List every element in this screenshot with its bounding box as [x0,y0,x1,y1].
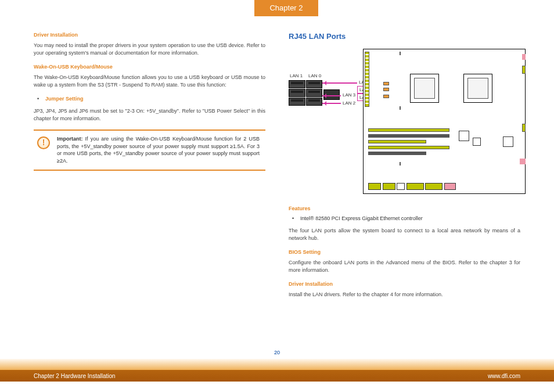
bullet-jumper-setting: Jumper Setting [34,96,265,102]
heading-features: Features [289,206,520,211]
heading-driver-installation: Driver Installation [34,32,265,38]
page-content: Driver Installation You may need to inst… [34,32,520,346]
page-number: 20 [0,350,554,355]
heading-driver-right: Driver Installation [289,281,520,287]
important-icon: ! [37,136,50,149]
pci-slot [368,152,426,155]
rj45-port [306,80,323,88]
lan0-top-label: LAN 0 [308,73,321,78]
cpu-socket-2 [463,74,492,103]
lan-header [383,82,389,85]
footer-left: Chapter 2 Hardware Installation [34,373,116,379]
chipset [503,136,513,147]
arrow-icon [322,95,341,96]
header-pin [522,66,526,74]
feature-item: Intel® 82580 PCI Express Gigabit Etherne… [289,215,520,221]
rj45-port [289,98,305,106]
important-box: ! Important: If you are using the Wake-O… [34,130,265,170]
rj45-port [306,89,323,97]
chapter-tab: Chapter 2 [254,0,318,16]
footer-bar: Chapter 2 Hardware Installation www.dfi.… [0,370,554,382]
footer-right: www.dfi.com [488,373,520,379]
bullet-list: Jumper Setting [34,96,265,102]
lan-header [383,95,389,98]
arrow-icon [322,82,357,84]
left-column: Driver Installation You may need to inst… [34,32,265,346]
right-column: RJ45 LAN Ports LAN 1 LAN 0 LAN 1 LAN 0 L… [289,32,520,346]
pci-slot [368,134,449,138]
rear-port-stack [289,80,322,108]
important-title: Important: [57,136,83,142]
rj45-port [289,89,305,97]
lan3-callout: LAN 3 [341,92,357,98]
header-pin [520,159,526,164]
pci-slot [368,140,426,143]
pci-slot [368,146,449,149]
lan2-callout: LAN 2 [341,100,357,106]
motherboard-board [363,49,526,194]
features-list: Intel® 82580 PCI Express Gigabit Etherne… [289,215,520,221]
cpu-socket-1 [410,74,439,103]
text-features: The four LAN ports allow the system boar… [289,227,520,242]
lan1-top-label: LAN 1 [290,73,303,78]
text-driver-right: Install the LAN drivers. Refer to the ch… [289,291,520,299]
important-body: If you are using the Wake-On-USB Keyboar… [57,136,260,164]
heading-bios: BIOS Setting [289,249,520,255]
footer-gradient [0,359,554,370]
header-pin [522,54,526,60]
header-pin [522,124,526,132]
rear-io-strip [365,52,369,107]
heading-rj45: RJ45 LAN Ports [289,32,520,41]
text-wake-on-usb: The Wake-On-USB Keyboard/Mouse function … [34,74,265,89]
heading-wake-on-usb: Wake-On-USB Keyboard/Mouse [34,64,265,70]
rj45-port [306,98,323,106]
pci-slot [368,128,449,132]
lan-header [383,88,389,91]
text-jumper-setting: JP3, JP4, JP5 and JP6 must be set to "2-… [34,107,265,123]
motherboard-diagram: LAN 1 LAN 0 LAN 1 LAN 0 LAN 3 LAN 2-3 LA… [289,49,526,194]
text-driver-installation: You may need to install the proper drive… [34,42,265,57]
bullet-jumper-label: Jumper Setting [45,96,84,102]
rj45-port [289,80,305,88]
chipset [459,131,469,141]
arrow-icon [322,103,341,104]
text-bios: Configure the onboard LAN ports in the A… [289,259,520,274]
chipset [473,138,481,146]
bottom-headers [368,183,520,191]
